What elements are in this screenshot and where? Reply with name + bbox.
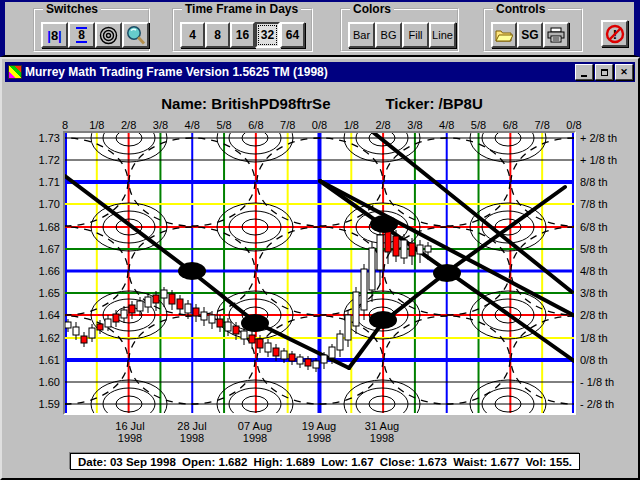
date-label-4: 31 Aug	[365, 420, 399, 432]
candle-body	[257, 339, 263, 348]
left-axis-price-10: 1.61	[24, 354, 60, 366]
close-button[interactable]: ✕	[615, 64, 633, 80]
colors-group: Colors BarBGFillLine	[340, 8, 459, 52]
maximize-button[interactable]	[595, 64, 613, 80]
timeframe-64-button[interactable]: 64	[280, 22, 305, 48]
candle-body	[225, 322, 231, 331]
no-entry-icon: !	[605, 24, 625, 44]
status-segment-4: Close: 1.673	[380, 456, 447, 468]
timeframe-4-button[interactable]: 4	[180, 22, 205, 48]
right-axis-fraction-0: + 2/8 th	[580, 132, 617, 144]
candle-body	[265, 343, 271, 352]
zoom-tool-button[interactable]	[122, 22, 149, 48]
candle-body	[321, 355, 327, 363]
status-segment-5: Waist: 1.677	[453, 456, 519, 468]
ellipse-ring	[482, 133, 534, 154]
candle-body	[289, 354, 295, 361]
lines-8-icon: 8	[76, 27, 87, 43]
window-footer-caption: Murrey Math Trading Frame Version 1.5625…	[2, 476, 640, 480]
reversal-dot-0	[178, 262, 206, 280]
candle-body	[385, 231, 391, 252]
left-axis-price-12: 1.59	[24, 398, 60, 410]
date-label-3: 19 Aug	[302, 420, 336, 432]
candle-body	[369, 248, 375, 290]
top-axis-label-3: 3/8	[153, 119, 168, 131]
candle-body	[417, 245, 423, 254]
status-segment-2: High: 1.689	[254, 456, 315, 468]
color-fill-button[interactable]: Fill	[402, 22, 429, 48]
left-axis-price-8: 1.64	[24, 309, 60, 321]
date-label-year-2: 1998	[243, 432, 267, 444]
right-axis-fraction-12: - 2/8 th	[580, 398, 614, 410]
controls-group-label: Controls	[493, 2, 548, 16]
top-axis-label-9: 1/8	[344, 119, 359, 131]
date-label-year-1: 1998	[180, 432, 204, 444]
timeframe-group-label: Time Frame in Days	[182, 2, 301, 16]
status-segment-0: Date: 03 Sep 1998	[78, 456, 176, 468]
candle-body	[105, 319, 111, 327]
left-axis-price-6: 1.66	[24, 265, 60, 277]
print-button[interactable]	[543, 22, 569, 48]
timeframe-8-button[interactable]: 8	[205, 22, 230, 48]
sg-button[interactable]: SG	[517, 22, 543, 48]
status-segment-3: Low: 1.67	[321, 456, 373, 468]
candle-body	[97, 324, 103, 330]
vertical-frame-toggle-button[interactable]: |8|	[41, 22, 68, 48]
right-axis-fraction-3: 7/8 th	[580, 198, 608, 210]
candle-body	[121, 310, 127, 318]
timeframe-32-button[interactable]: 32	[255, 22, 280, 48]
date-label-2: 07 Aug	[238, 420, 272, 432]
candle-body	[217, 319, 223, 327]
instrument-header: Name: BritishPD98ftrSe Ticker: /BP8U	[62, 95, 582, 112]
date-label-year-3: 1998	[307, 432, 331, 444]
candle-body	[153, 295, 159, 303]
timeframe-16-button[interactable]: 16	[230, 22, 255, 48]
ellipse-ring	[495, 133, 521, 146]
exit-button[interactable]: !	[601, 20, 628, 47]
switches-group-label: Switches	[43, 2, 101, 16]
open-file-button[interactable]	[491, 22, 517, 48]
top-axis-label-0: 8	[62, 119, 68, 131]
title-bar[interactable]: Murrey Math Trading Frame Version 1.5625…	[5, 62, 635, 82]
candle-body	[233, 326, 239, 334]
circles-toggle-button[interactable]	[95, 22, 122, 48]
left-axis-price-0: 1.73	[24, 132, 60, 144]
maximize-icon	[601, 69, 608, 76]
candle-body	[177, 299, 183, 309]
candle-body	[73, 327, 79, 335]
candle-body	[145, 297, 151, 307]
controls-group: Controls SG	[483, 8, 583, 52]
candle-body	[129, 305, 135, 313]
right-axis-fraction-1: + 1/8 th	[580, 154, 617, 166]
candle-body	[113, 314, 119, 322]
minimize-button[interactable]	[575, 64, 593, 80]
date-label-1: 28 Jul	[177, 420, 206, 432]
open-folder-icon	[495, 28, 513, 42]
murrey-math-window: Murrey Math Trading Frame Version 1.5625…	[0, 57, 640, 480]
top-axis-label-6: 6/8	[248, 119, 263, 131]
application-icon	[8, 65, 22, 79]
left-axis-price-5: 1.67	[24, 243, 60, 255]
candle-body	[281, 351, 287, 359]
top-axis-label-11: 3/8	[407, 119, 422, 131]
minimize-icon	[581, 75, 587, 77]
color-bar-button[interactable]: Bar	[348, 22, 375, 48]
candle-body	[409, 243, 415, 256]
right-axis-fraction-6: 4/8 th	[580, 265, 608, 277]
switches-group: Switches |8| 8	[33, 8, 150, 52]
status-segment-6: Vol: 155.	[526, 456, 572, 468]
top-axis-label-4: 4/8	[185, 119, 200, 131]
candle-body	[337, 334, 343, 350]
candle-body	[425, 246, 431, 252]
candle-body	[89, 328, 95, 338]
sg-button-label: SG	[521, 28, 538, 42]
candle-body	[273, 348, 279, 356]
color-bg-button[interactable]: BG	[375, 22, 402, 48]
color-line-button[interactable]: Line	[429, 22, 456, 48]
printer-icon	[547, 27, 565, 43]
reversal-dot-4	[433, 264, 461, 282]
left-axis-price-7: 1.65	[24, 287, 60, 299]
horizontal-frame-toggle-button[interactable]: 8	[68, 22, 95, 48]
top-axis-label-2: 2/8	[121, 119, 136, 131]
left-axis-price-2: 1.71	[24, 176, 60, 188]
